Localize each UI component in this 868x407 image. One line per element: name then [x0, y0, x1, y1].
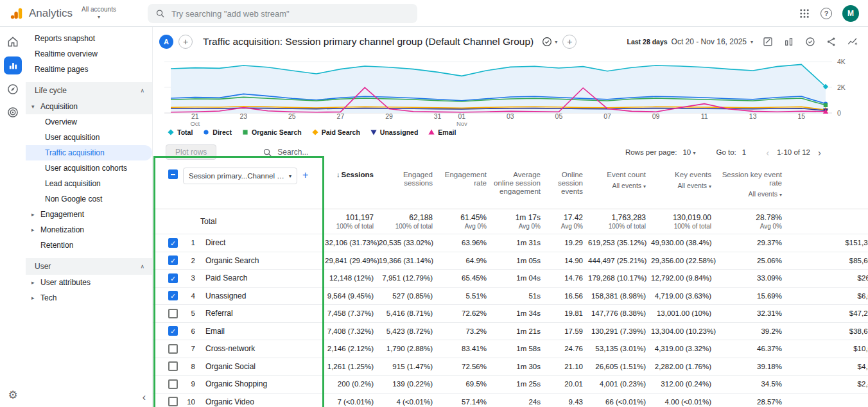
metric-cell: 72.62% — [438, 309, 492, 317]
explore-icon[interactable] — [4, 81, 21, 98]
nav-user-acquisition[interactable]: User acquisition — [26, 130, 152, 145]
nav-lead-acquisition[interactable]: Lead acquisition — [26, 176, 152, 191]
account-switcher[interactable]: All accounts ▾ — [82, 6, 116, 21]
row-checkbox[interactable] — [168, 344, 178, 354]
expand-more-icon: ▸ — [31, 279, 37, 286]
reports-icon[interactable] — [4, 56, 22, 74]
nav-non-google-cost[interactable]: Non Google cost — [26, 191, 152, 207]
column-header-key-events[interactable]: Key eventsAll events ▾ — [651, 164, 716, 209]
column-header-revenue-cut[interactable] — [787, 164, 868, 209]
legend-item-email[interactable]: Email — [428, 128, 456, 136]
share-icon[interactable] — [825, 35, 838, 48]
edit-comparisons-icon[interactable] — [761, 35, 774, 48]
metric-cell: 32,106 (31.73%) — [325, 239, 379, 247]
nav-realtime-pages[interactable]: Realtime pages — [26, 62, 152, 77]
table-row-direct: ✓1Direct32,106 (31.73%)20,535 (33.02%)63… — [153, 234, 868, 252]
column-header-engagement-rate[interactable]: Engagement rate — [438, 164, 492, 209]
legend-item-direct[interactable]: Direct — [202, 128, 232, 136]
home-icon[interactable] — [4, 33, 21, 50]
row-checkbox[interactable]: ✓ — [168, 326, 178, 336]
metric-scope-select[interactable]: All events ▾ — [749, 190, 782, 199]
add-secondary-dimension-button[interactable]: + — [302, 169, 308, 181]
avatar[interactable]: M — [842, 5, 859, 22]
nav-tech[interactable]: ▸Tech — [26, 290, 152, 306]
table-search[interactable] — [263, 148, 361, 157]
expand-more-icon: ▸ — [31, 227, 37, 233]
table-search-input[interactable] — [277, 148, 361, 157]
insights-icon[interactable] — [846, 35, 859, 48]
metric-scope-select[interactable]: All events ▾ — [612, 182, 646, 191]
google-apps-grid-icon[interactable] — [799, 8, 810, 19]
row-checkbox[interactable]: ✓ — [168, 273, 178, 283]
row-checkbox[interactable]: ✓ — [168, 238, 178, 248]
row-checkbox[interactable] — [168, 397, 178, 406]
nav-traffic-acquisition[interactable]: Traffic acquisition — [26, 145, 152, 160]
nav-reports-snapshot[interactable]: Reports snapshot — [26, 31, 152, 46]
metric-cell: $10,6 — [787, 345, 868, 352]
nav-user[interactable]: User∧ — [26, 258, 152, 275]
data-quality-icon[interactable] — [804, 35, 817, 48]
metric-cell: 5,416 (8.71%) — [379, 309, 438, 317]
compare-reports-icon[interactable] — [783, 35, 795, 48]
pagination: Rows per page: 10 ▾ Go to: 1 ‹ 1-10 of 1… — [625, 147, 868, 158]
row-index: 7 — [181, 345, 200, 352]
metric-scope-select[interactable]: All events ▾ — [678, 182, 711, 191]
column-header-online-session-events[interactable]: Online session events — [546, 164, 588, 209]
next-page-icon[interactable]: › — [816, 147, 823, 158]
line-area-chart[interactable] — [164, 56, 832, 116]
nav-life-cycle[interactable]: Life cycle∧ — [26, 82, 152, 99]
nav-user-attributes[interactable]: ▸User attributes — [26, 275, 152, 290]
rows-per-page-select[interactable]: 10 ▾ — [682, 148, 695, 156]
add-metric-icon[interactable]: + — [562, 35, 577, 49]
goto-label: Go to: — [716, 148, 736, 156]
legend-item-organic-search[interactable]: Organic Search — [241, 128, 302, 136]
dimension-selector[interactable]: Session primary...Channel Group) ▾ — [183, 168, 297, 184]
x-axis-label: 25 — [279, 113, 305, 120]
plot-rows-button[interactable]: Plot rows — [166, 144, 216, 160]
global-search-input[interactable] — [171, 9, 410, 19]
unassigned-marker-icon — [370, 128, 378, 136]
legend-item-paid-search[interactable]: Paid Search — [311, 128, 360, 136]
row-checkbox[interactable] — [168, 379, 178, 389]
comparison-badge[interactable]: A — [159, 35, 173, 49]
help-icon[interactable]: ? — [820, 8, 832, 19]
goto-page-input[interactable]: 1 — [742, 148, 746, 156]
row-checkbox[interactable]: ✓ — [168, 255, 178, 265]
global-search[interactable] — [148, 4, 417, 23]
nav-user-acquisition-cohorts[interactable]: User acquisition cohorts — [26, 160, 152, 176]
legend-item-unassigned[interactable]: Unassigned — [370, 128, 419, 136]
collapse-section-icon[interactable]: ∧ — [140, 263, 144, 270]
column-header-average-online-session-engagement[interactable]: Average online session engagement — [492, 164, 546, 209]
nav-retention[interactable]: Retention — [26, 238, 152, 253]
advertising-icon[interactable] — [4, 104, 21, 121]
nav-overview[interactable]: Overview — [26, 114, 152, 130]
top-app-bar: Analytics All accounts ▾ ? M — [0, 0, 868, 27]
legend-item-total[interactable]: Total — [167, 128, 193, 136]
nav-engagement[interactable]: ▸Engagement — [26, 207, 152, 222]
collapse-nav-icon[interactable]: ‹ — [143, 392, 146, 403]
column-header-engaged-sessions[interactable]: Engaged sessions — [379, 164, 438, 209]
column-header-session-key-event-rate[interactable]: Session key event rateAll events ▾ — [716, 164, 787, 209]
column-header-event-count[interactable]: Event countAll events ▾ — [588, 164, 651, 209]
metric-cell: 4,319.00 (3.32%) — [651, 345, 716, 352]
brand[interactable]: Analytics — [0, 6, 73, 21]
collapse-section-icon[interactable]: ∧ — [140, 87, 144, 94]
add-comparison-icon[interactable]: + — [178, 35, 193, 49]
row-checkbox[interactable]: ✓ — [168, 291, 178, 300]
select-all-checkbox[interactable] — [168, 169, 178, 179]
row-checkbox[interactable] — [168, 309, 178, 318]
column-header-sessions[interactable]: ↓Sessions — [325, 164, 379, 209]
previous-page-icon[interactable]: ‹ — [764, 147, 771, 158]
metric-cell: 1m 21s — [492, 327, 546, 335]
nav-acquisition[interactable]: ▾Acquisition — [26, 99, 152, 114]
total-cell: 62,188100% of total — [379, 213, 438, 230]
table-row-paid-search: ✓3Paid Search12,148 (12%)7,951 (12.79%)6… — [153, 269, 868, 287]
date-range-picker[interactable]: Last 28 days Oct 20 - Nov 16, 2025 ▾ — [627, 37, 753, 46]
report-status[interactable]: ▾ — [541, 36, 557, 48]
x-axis-label: 03 — [498, 113, 523, 120]
nav-realtime-overview[interactable]: Realtime overview — [26, 46, 152, 62]
pagination-range: 1-10 of 12 — [777, 148, 810, 156]
row-checkbox[interactable] — [168, 361, 178, 371]
admin-settings-icon[interactable]: ⚙ — [8, 388, 17, 402]
nav-monetization[interactable]: ▸Monetization — [26, 222, 152, 238]
